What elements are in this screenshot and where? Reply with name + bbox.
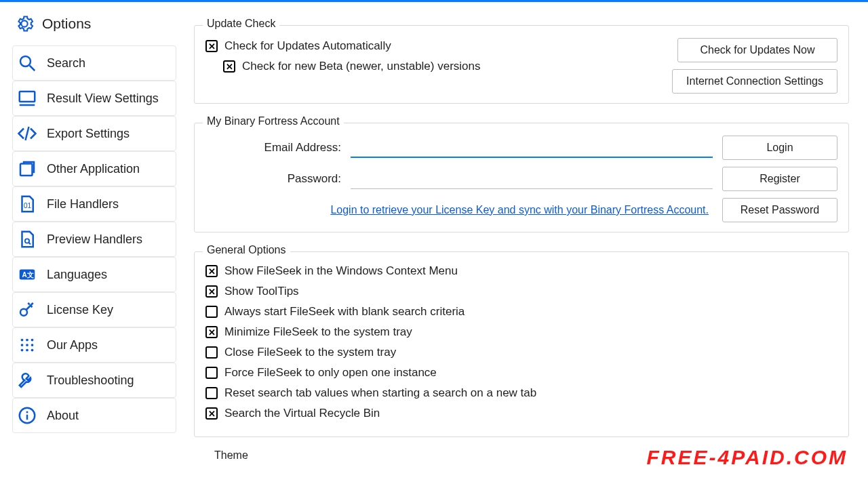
- sidebar: Options Search Result View Settings Expo…: [0, 2, 176, 488]
- label-password: Password:: [205, 172, 341, 186]
- sidebar-item-license-key[interactable]: License Key: [12, 292, 176, 327]
- file-search-icon: [17, 229, 37, 249]
- checkbox-general-0[interactable]: [205, 265, 218, 277]
- label-beta: Check for new Beta (newer, unstable) ver…: [242, 60, 481, 73]
- info-icon: [17, 405, 37, 426]
- register-button[interactable]: Register: [722, 167, 837, 191]
- password-input[interactable]: [351, 169, 713, 189]
- group-account: My Binary Fortress Account Email Address…: [194, 123, 849, 232]
- file-binary-icon: [17, 194, 37, 214]
- wrench-icon: [17, 370, 37, 390]
- sidebar-item-label: Export Settings: [47, 127, 130, 141]
- group-title-general: General Options: [203, 244, 290, 256]
- app-root: Options Search Result View Settings Expo…: [0, 2, 868, 488]
- group-title-account: My Binary Fortress Account: [203, 115, 344, 127]
- sidebar-item-troubleshooting[interactable]: Troubleshooting: [12, 363, 176, 398]
- label-general-7: Search the Virtual Recycle Bin: [224, 407, 380, 420]
- email-input[interactable]: [351, 138, 713, 158]
- check-updates-button[interactable]: Check for Updates Now: [677, 38, 837, 62]
- sidebar-title: Options: [42, 16, 91, 32]
- checkbox-auto-update[interactable]: [205, 40, 218, 52]
- sidebar-item-label: Preview Handlers: [47, 232, 142, 247]
- sidebar-item-languages[interactable]: Languages: [12, 257, 176, 292]
- sidebar-item-label: Our Apps: [47, 338, 98, 352]
- label-general-1: Show ToolTips: [224, 285, 299, 298]
- sidebar-item-about[interactable]: About: [12, 398, 176, 433]
- label-email: Email Address:: [205, 141, 341, 155]
- checkbox-general-6[interactable]: [205, 387, 218, 399]
- label-general-2: Always start FileSeek with blank search …: [224, 305, 465, 319]
- group-update-check: Update Check Check for Updates Automatic…: [194, 25, 849, 104]
- label-general-5: Force FileSeek to only open one instance: [224, 366, 437, 380]
- checkbox-general-1[interactable]: [205, 285, 218, 298]
- checkbox-general-5[interactable]: [205, 367, 218, 379]
- sidebar-item-label: About: [47, 409, 79, 423]
- login-button[interactable]: Login: [722, 136, 837, 160]
- grid-icon: [17, 335, 37, 355]
- sidebar-item-label: Search: [47, 56, 85, 70]
- label-general-3: Minimize FileSeek to the system tray: [224, 325, 412, 339]
- reset-password-button[interactable]: Reset Password: [722, 198, 837, 222]
- sidebar-item-label: File Handlers: [47, 197, 119, 211]
- login-sync-link[interactable]: Login to retrieve your License Key and s…: [205, 204, 713, 216]
- label-general-6: Reset search tab values when starting a …: [224, 386, 536, 400]
- group-title-update: Update Check: [203, 18, 279, 30]
- sidebar-item-preview-handlers[interactable]: Preview Handlers: [12, 222, 176, 257]
- group-title-theme: Theme: [194, 449, 849, 462]
- sidebar-item-label: Other Application: [47, 162, 140, 176]
- sidebar-item-our-apps[interactable]: Our Apps: [12, 327, 176, 363]
- sidebar-item-label: Result View Settings: [47, 92, 159, 106]
- sidebar-item-export-settings[interactable]: Export Settings: [12, 116, 176, 151]
- main-content: Update Check Check for Updates Automatic…: [176, 2, 868, 488]
- key-icon: [17, 300, 37, 320]
- sidebar-item-search[interactable]: Search: [12, 45, 176, 81]
- label-auto-update: Check for Updates Automatically: [224, 39, 391, 53]
- checkbox-general-2[interactable]: [205, 306, 218, 318]
- sidebar-item-label: Languages: [47, 268, 107, 282]
- checkbox-general-3[interactable]: [205, 326, 218, 338]
- sidebar-item-label: License Key: [47, 303, 113, 317]
- connection-settings-button[interactable]: Internet Connection Settings: [672, 69, 837, 94]
- search-icon: [17, 53, 37, 73]
- monitor-icon: [17, 88, 37, 108]
- language-icon: [17, 264, 37, 285]
- sidebar-item-file-handlers[interactable]: File Handlers: [12, 186, 176, 222]
- sidebar-item-result-view-settings[interactable]: Result View Settings: [12, 81, 176, 116]
- label-general-0: Show FileSeek in the Windows Context Men…: [224, 264, 458, 278]
- checkbox-general-7[interactable]: [205, 407, 218, 420]
- window-icon: [17, 159, 37, 179]
- sidebar-header: Options: [12, 14, 176, 33]
- checkbox-beta[interactable]: [223, 60, 235, 73]
- checkbox-general-4[interactable]: [205, 346, 218, 359]
- sidebar-item-other-application[interactable]: Other Application: [12, 151, 176, 186]
- sidebar-item-label: Troubleshooting: [47, 373, 134, 388]
- code-icon: [17, 123, 37, 144]
- gear-icon: [15, 14, 34, 33]
- group-general: General Options Show FileSeek in the Win…: [194, 251, 849, 437]
- label-general-4: Close FileSeek to the system tray: [224, 346, 396, 359]
